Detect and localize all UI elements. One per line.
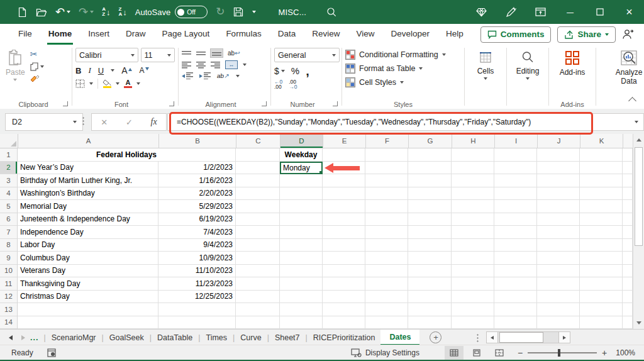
cell-holiday-name[interactable]: Labor Day	[18, 239, 158, 252]
grid-cell[interactable]	[280, 187, 323, 201]
ribbon-tab-insert[interactable]: Insert	[80, 24, 118, 45]
cell-holiday-date[interactable]: 9/4/2023	[158, 239, 236, 252]
insert-function-icon[interactable]: fx	[151, 117, 157, 127]
column-header-A[interactable]: A	[18, 134, 159, 148]
column-header-C[interactable]: C	[236, 134, 280, 148]
grid-cell[interactable]	[537, 148, 580, 162]
grid-cell[interactable]	[452, 252, 494, 265]
grid-cell[interactable]	[323, 239, 365, 252]
grid-cell[interactable]	[365, 162, 408, 175]
sheet-bar-grip[interactable]	[477, 333, 479, 342]
analyze-data-button[interactable]: Analyze Data	[599, 48, 644, 86]
formula-bar-grip[interactable]	[82, 116, 84, 126]
sheet-tab-dates[interactable]: Dates	[380, 330, 419, 345]
grid-cell[interactable]	[580, 200, 623, 213]
addins-button[interactable]: Add-ins	[552, 48, 592, 77]
grid-cell[interactable]	[408, 239, 452, 252]
formula-input[interactable]: =CHOOSE((WEEKDAY(B2)),"Sunday","Monday",…	[167, 113, 644, 131]
grid-cell[interactable]	[280, 200, 323, 213]
cell-holiday-date[interactable]: 1/16/2023	[158, 174, 236, 187]
cell-holiday-name[interactable]: Christmas Day	[18, 291, 158, 304]
grid-cell[interactable]	[452, 303, 494, 316]
grid-cell[interactable]	[452, 291, 494, 304]
grid-cell[interactable]	[236, 148, 280, 162]
grid-cell[interactable]	[580, 162, 623, 175]
row-header-2[interactable]: 2	[0, 162, 18, 175]
grid-cell[interactable]	[365, 265, 408, 278]
grid-cell[interactable]	[365, 316, 408, 330]
grid-cell[interactable]	[494, 226, 537, 239]
grid-cell[interactable]	[408, 226, 452, 239]
grid-cell[interactable]	[323, 291, 365, 304]
grid-cell[interactable]	[494, 162, 537, 175]
cell-selected-D2[interactable]: Monday	[280, 162, 323, 175]
zoom-thumb[interactable]	[558, 349, 560, 357]
grid-cell[interactable]	[365, 252, 408, 265]
zoom-in-icon[interactable]: +	[602, 348, 607, 358]
column-header-K[interactable]: K	[580, 134, 623, 148]
new-file-icon[interactable]	[16, 6, 28, 18]
cell-holiday-date[interactable]: 11/10/2023	[158, 265, 236, 278]
grid-cell[interactable]	[452, 162, 494, 175]
cell-holiday-name[interactable]: Veterans Day	[18, 265, 158, 278]
grid-cell[interactable]	[452, 316, 494, 330]
row-header-7[interactable]: 7	[0, 226, 18, 239]
grid-cell[interactable]	[408, 277, 452, 291]
column-header-E[interactable]: E	[323, 134, 366, 148]
grid-cell[interactable]	[323, 187, 365, 201]
font-dialog-launcher-icon[interactable]	[169, 101, 174, 106]
grid-cell[interactable]	[452, 148, 494, 162]
grid-cell[interactable]	[494, 291, 537, 304]
redo-button[interactable]: ↷	[79, 7, 94, 17]
grid-cell[interactable]	[365, 226, 408, 239]
grid-cell[interactable]	[365, 187, 408, 201]
grid-cell[interactable]	[580, 174, 623, 187]
open-file-icon[interactable]	[36, 6, 47, 18]
currency-format-button[interactable]: $	[274, 66, 285, 76]
grid-cell[interactable]	[537, 162, 580, 175]
decrease-indent-icon[interactable]	[182, 72, 193, 79]
comments-button[interactable]: Comments	[480, 26, 552, 43]
paste-button[interactable]: Paste	[6, 48, 25, 84]
cut-icon[interactable]: ✂	[30, 50, 44, 58]
grid-cell[interactable]	[365, 213, 408, 226]
font-color-button[interactable]: A	[124, 79, 132, 89]
sheet-tab-sheet7[interactable]: Sheet7	[269, 330, 306, 345]
cancel-formula-icon[interactable]: ✕	[101, 118, 108, 127]
grid-cell[interactable]	[323, 213, 365, 226]
grid-cell[interactable]	[323, 226, 365, 239]
borders-icon[interactable]	[75, 79, 85, 88]
grid-cell[interactable]	[494, 174, 537, 187]
grid-cell[interactable]	[236, 174, 280, 187]
merge-dropdown-icon[interactable]	[243, 64, 247, 66]
grid-cell[interactable]	[365, 239, 408, 252]
grid-cell[interactable]	[494, 200, 537, 213]
grid-cell[interactable]	[452, 265, 494, 278]
grid-cell[interactable]	[365, 200, 408, 213]
grid-cell[interactable]	[365, 303, 408, 316]
select-all-corner[interactable]	[0, 134, 18, 148]
zoom-slider[interactable]: − +	[518, 348, 607, 358]
grid-cell[interactable]	[580, 316, 623, 330]
grid-cell[interactable]	[323, 200, 365, 213]
grid-cell[interactable]	[494, 187, 537, 201]
grid-cell[interactable]	[452, 187, 494, 201]
format-painter-icon[interactable]	[30, 75, 40, 84]
minimize-icon[interactable]: ─	[555, 0, 585, 24]
scroll-up-icon[interactable]	[633, 134, 644, 146]
grid-cell[interactable]	[236, 291, 280, 304]
sheet-tab-curve[interactable]: Curve	[235, 330, 267, 345]
cell-holiday-name[interactable]: Juneteenth & Independence Day	[18, 213, 158, 226]
display-settings-button[interactable]: Display Settings	[351, 348, 419, 357]
row-header-11[interactable]: 11	[0, 277, 18, 291]
copy-button[interactable]	[30, 62, 44, 71]
format-as-table-button[interactable]: Format as Table	[345, 62, 461, 75]
ribbon-tab-formulas[interactable]: Formulas	[218, 24, 269, 45]
zoom-level[interactable]: 100%	[616, 348, 635, 357]
align-right-icon[interactable]	[211, 62, 220, 69]
grid-cell[interactable]	[580, 291, 623, 304]
grid-cell[interactable]	[494, 239, 537, 252]
grid-cell[interactable]	[18, 303, 158, 316]
row-header-8[interactable]: 8	[0, 239, 18, 252]
grid-cell[interactable]	[323, 148, 365, 162]
